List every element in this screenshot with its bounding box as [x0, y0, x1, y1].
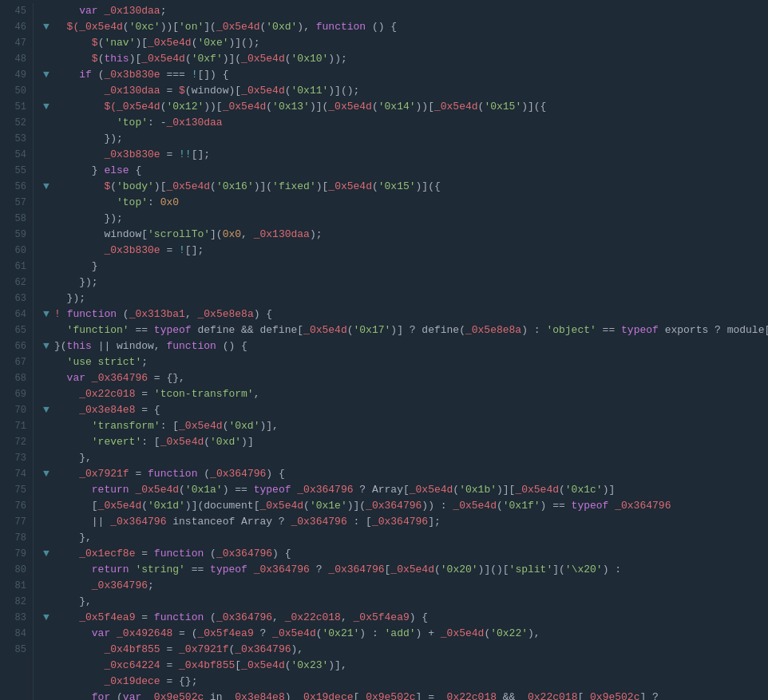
code-line: ▼ }(this || window, function () { — [43, 338, 758, 354]
code-editor: 45 46 47 48 49 50 51 52 53 54 55 56 57 5… — [0, 0, 768, 700]
code-line: } — [43, 259, 758, 275]
code-line: _0xc64224 = _0x4bf855[_0x5e4d('0x23')], — [43, 658, 758, 674]
fold-arrow[interactable]: ▼ — [43, 179, 54, 195]
code-line: ▼ _0x5f4ea9 = function (_0x364796, _0x22… — [43, 610, 758, 626]
line-numbers: 45 46 47 48 49 50 51 52 53 54 55 56 57 5… — [0, 3, 34, 700]
code-line: for (var _0x9e502c in _0x3e84e8) _0x19de… — [43, 690, 758, 700]
code-line: _0x22c018 = 'tcon-transform', — [43, 386, 758, 402]
code-line: 'function' == typeof define && define[_0… — [43, 322, 758, 338]
code-line: _0x3b830e = !![]; — [43, 147, 758, 163]
code-line: $('nav')[_0x5e4d('0xe')](); — [43, 35, 758, 51]
fold-arrow[interactable]: ▼ — [43, 67, 54, 83]
code-line: }, — [43, 530, 758, 546]
code-line: return 'string' == typeof _0x364796 ? _0… — [43, 562, 758, 594]
fold-arrow[interactable]: ▼ — [43, 546, 54, 562]
code-line: }, — [43, 450, 758, 466]
code-line: }, — [43, 594, 758, 610]
fold-arrow[interactable]: ▼ — [43, 99, 54, 115]
code-line: ▼ _0x3e84e8 = { — [43, 402, 758, 418]
code-line: }); — [43, 211, 758, 227]
code-line: _0x4bf855 = _0x7921f(_0x364796), — [43, 642, 758, 658]
code-line: var _0x492648 = (_0x5f4ea9 ? _0x5e4d('0x… — [43, 626, 758, 642]
fold-arrow[interactable]: ▼ — [43, 306, 54, 322]
code-content: var _0x130daa; ▼ $(_0x5e4d('0xc'))['on']… — [34, 3, 768, 700]
code-line: 'transform': [_0x5e4d('0xd')], — [43, 418, 758, 434]
code-line: var _0x130daa; — [43, 3, 758, 19]
fold-arrow[interactable]: ▼ — [43, 19, 54, 35]
code-line: 'revert': [_0x5e4d('0xd')] — [43, 434, 758, 450]
code-line: 'top': 0x0 — [43, 195, 758, 211]
code-line: _0x19dece = {}; — [43, 674, 758, 690]
code-line: }); — [43, 291, 758, 306]
code-line: _0x3b830e = ![]; — [43, 243, 758, 259]
fold-arrow[interactable]: ▼ — [43, 610, 54, 626]
fold-arrow[interactable]: ▼ — [43, 338, 54, 354]
code-line: $(this)[_0x5e4d('0xf')](_0x5e4d('0x10'))… — [43, 51, 758, 67]
code-line: ▼ $('body')[_0x5e4d('0x16')]('fixed')[_0… — [43, 179, 758, 195]
code-line: 'use strict'; — [43, 354, 758, 370]
code-line: ▼ if (_0x3b830e === ![]) { — [43, 67, 758, 83]
code-line: _0x130daa = $(window)[_0x5e4d('0x11')]()… — [43, 83, 758, 99]
code-line: }); — [43, 131, 758, 147]
code-line: ▼ $(_0x5e4d('0xc'))['on'](_0x5e4d('0xd')… — [43, 19, 758, 35]
code-line: return _0x5e4d('0x1a') == typeof _0x3647… — [43, 482, 758, 530]
code-line: ▼ $(_0x5e4d('0x12'))[_0x5e4d('0x13')](_0… — [43, 99, 758, 115]
code-line: var _0x364796 = {}, — [43, 370, 758, 386]
code-line: ▼ _0x7921f = function (_0x364796) { — [43, 466, 758, 482]
code-line: ▼ _0x1ecf8e = function (_0x364796) { — [43, 546, 758, 562]
fold-arrow[interactable]: ▼ — [43, 402, 54, 418]
fold-arrow[interactable]: ▼ — [43, 466, 54, 482]
code-line: ▼ ! function (_0x313ba1, _0x5e8e8a) { — [43, 306, 758, 322]
code-line: 'top': -_0x130daa — [43, 115, 758, 131]
code-line: window['scrollTo'](0x0, _0x130daa); — [43, 227, 758, 243]
code-line: } else { — [43, 163, 758, 179]
code-line: }); — [43, 275, 758, 291]
